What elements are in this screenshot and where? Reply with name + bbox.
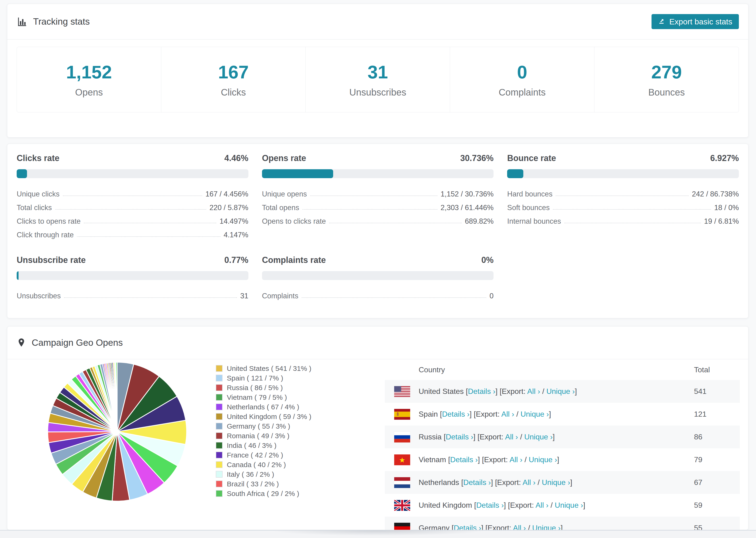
- rate-row-value: 1,152 / 30.736%: [441, 190, 494, 198]
- country-name: Germany: [419, 524, 450, 530]
- legend-item-vietnam: Vietnam ( 79 / 5% ): [216, 393, 311, 402]
- legend-label: Canada ( 40 / 2% ): [227, 461, 286, 469]
- details-link[interactable]: Details ›: [450, 456, 478, 464]
- country-cell: United States [Details ›] [Export: All ›…: [419, 387, 577, 396]
- country-cell: Netherlands [Details ›] [Export: All › /…: [419, 478, 572, 487]
- dotted-leader: [64, 297, 237, 298]
- geo-table-row-ru: Russia [Details ›] [Export: All › / Uniq…: [385, 426, 740, 448]
- rate-panel-complaints: Complaints rate 0% Complaints 0: [262, 255, 494, 300]
- rate-title: Bounce rate: [507, 153, 556, 163]
- export-all-link[interactable]: All ›: [505, 433, 518, 441]
- legend-swatch: [216, 384, 223, 391]
- stat-value: 31: [368, 62, 388, 83]
- export-unique-link[interactable]: Unique ›: [546, 387, 575, 396]
- country-name: Netherlands: [419, 478, 459, 487]
- dotted-leader: [302, 209, 437, 210]
- export-unique-link[interactable]: Unique ›: [555, 501, 583, 510]
- flag-vn-icon: [394, 455, 410, 465]
- legend-item-south-africa: South Africa ( 29 / 2% ): [216, 489, 311, 498]
- export-all-link[interactable]: All ›: [536, 501, 549, 510]
- tracking-stats-header: Tracking stats Export basic stats: [7, 4, 748, 40]
- legend-swatch: [216, 394, 223, 401]
- rate-row-value: 0: [490, 292, 494, 300]
- export-unique-link[interactable]: Unique ›: [542, 478, 570, 487]
- rate-row: Unsubscribes 31: [17, 287, 248, 300]
- legend-item-italy: Italy ( 36 / 2% ): [216, 469, 311, 479]
- details-link[interactable]: Details ›: [476, 501, 504, 510]
- legend-swatch: [216, 490, 223, 497]
- dotted-leader: [302, 297, 486, 298]
- export-all-link[interactable]: All ›: [523, 478, 536, 487]
- rate-row-value: 242 / 86.738%: [692, 190, 739, 198]
- rate-rows: Unique clicks 167 / 4.456% Total clicks …: [17, 185, 248, 239]
- legend-item-netherlands: Netherlands ( 67 / 4% ): [216, 402, 311, 412]
- legend-swatch: [216, 442, 223, 449]
- rate-row-label: Complaints: [262, 292, 298, 300]
- rate-row-value: 19 / 6.81%: [704, 217, 739, 226]
- dotted-leader: [310, 195, 437, 196]
- rate-title: Opens rate: [262, 153, 306, 163]
- details-link[interactable]: Details ›: [454, 524, 481, 530]
- legend-item-united-states: United States ( 541 / 31% ): [216, 364, 311, 373]
- legend-label: South Africa ( 29 / 2% ): [227, 490, 299, 498]
- rate-panel-unsubscribe: Unsubscribe rate 0.77% Unsubscribes 31: [17, 255, 248, 300]
- legend-item-brazil: Brazil ( 33 / 2% ): [216, 479, 311, 489]
- details-link[interactable]: Details ›: [468, 387, 495, 396]
- dotted-leader: [77, 237, 220, 237]
- flag-ru-icon: [394, 432, 410, 443]
- rate-row-label: Unsubscribes: [17, 292, 61, 300]
- export-unique-link[interactable]: Unique ›: [524, 433, 553, 441]
- legend-swatch: [216, 375, 223, 381]
- legend-item-france: France ( 42 / 2% ): [216, 450, 311, 460]
- rate-row: Total opens 2,303 / 61.446%: [262, 198, 494, 212]
- rate-rows: Hard bounces 242 / 86.738% Soft bounces …: [507, 185, 739, 226]
- map-pin-icon: [17, 338, 26, 348]
- tracking-stats-card: Tracking stats Export basic stats 1,152 …: [7, 4, 748, 137]
- rate-row-label: Clicks to opens rate: [17, 217, 81, 226]
- legend-item-romania: Romania ( 49 / 3% ): [216, 431, 311, 441]
- rate-panel-bounce: Bounce rate 6.927% Hard bounces 242 / 86…: [507, 153, 739, 239]
- legend-label: Germany ( 55 / 3% ): [227, 422, 290, 430]
- rate-panel-head: Bounce rate 6.927%: [507, 153, 739, 163]
- rate-row-value: 689.82%: [465, 217, 494, 226]
- geo-body: United States ( 541 / 31% ) Spain ( 121 …: [7, 359, 748, 530]
- export-all-link[interactable]: All ›: [527, 387, 540, 396]
- dotted-leader: [329, 223, 461, 223]
- rates-card: Clicks rate 4.46% Unique clicks 167 / 4.…: [7, 144, 748, 318]
- legend-label: United States ( 541 / 31% ): [227, 364, 311, 372]
- geo-table-row-nl: Netherlands [Details ›] [Export: All › /…: [385, 471, 740, 494]
- country-name: Russia: [419, 433, 442, 441]
- progress-fill: [262, 169, 333, 178]
- column-header-country: Country: [419, 365, 445, 374]
- progress-track: [17, 271, 248, 280]
- export-basic-stats-button[interactable]: Export basic stats: [652, 14, 739, 29]
- rate-value: 0%: [481, 255, 494, 265]
- country-total: 86: [694, 433, 702, 441]
- flag-gb-icon: [394, 500, 410, 511]
- stat-label: Complaints: [499, 87, 546, 98]
- legend-swatch: [216, 404, 223, 410]
- legend-swatch: [216, 432, 223, 439]
- dotted-leader: [556, 195, 689, 196]
- details-link[interactable]: Details ›: [442, 410, 469, 418]
- geo-table: Country Total United States [Details ›] …: [385, 359, 740, 530]
- rate-title: Unsubscribe rate: [17, 255, 86, 265]
- stats-row: 1,152 Opens 167 Clicks 31 Unsubscribes 0…: [17, 47, 739, 112]
- stat-label: Unsubscribes: [350, 87, 406, 98]
- details-link[interactable]: Details ›: [463, 478, 491, 487]
- export-unique-link[interactable]: Unique ›: [520, 410, 549, 418]
- rate-row-label: Opens to clicks rate: [262, 217, 326, 226]
- rate-row-label: Unique clicks: [17, 190, 60, 198]
- stat-value: 167: [218, 62, 249, 83]
- export-all-link[interactable]: All ›: [501, 410, 514, 418]
- export-unique-link[interactable]: Unique ›: [532, 524, 561, 530]
- rate-row-value: 167 / 4.456%: [205, 190, 248, 198]
- legend-label: France ( 42 / 2% ): [227, 451, 283, 459]
- export-all-link[interactable]: All ›: [513, 524, 526, 530]
- details-link[interactable]: Details ›: [446, 433, 473, 441]
- legend-swatch: [216, 461, 223, 468]
- export-all-link[interactable]: All ›: [510, 456, 522, 464]
- export-unique-link[interactable]: Unique ›: [529, 456, 557, 464]
- rate-row: Total clicks 220 / 5.87%: [17, 198, 248, 212]
- rate-row: Internal bounces 19 / 6.81%: [507, 212, 739, 226]
